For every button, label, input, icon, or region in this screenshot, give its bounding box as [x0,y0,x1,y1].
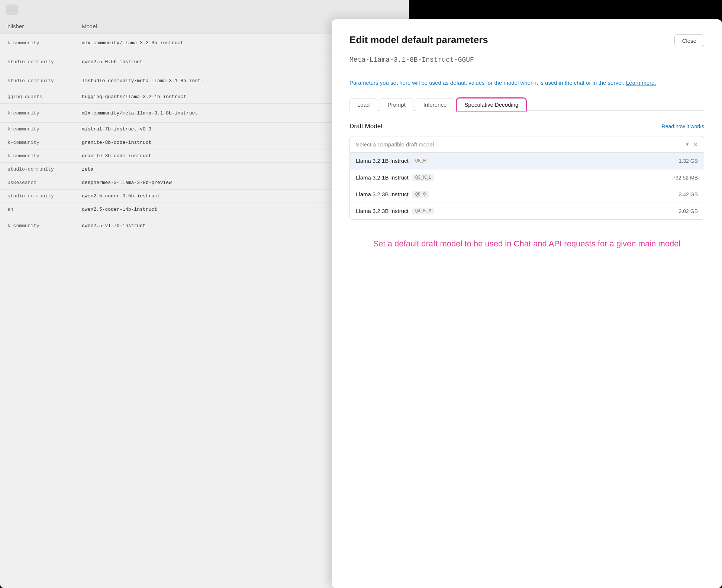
model-cell: granite-8b-code-instruct [82,140,372,145]
model-tag: Q8_0 [412,191,429,198]
menu-button[interactable]: ··· [6,4,18,15]
model-cell: deephermes-3-llama-3-8b-preview [82,180,372,185]
list-item[interactable]: Llama 3.2 3B Instruct Q8_0 3.42 GB [350,186,704,203]
tab-prompt[interactable]: Prompt [380,98,413,111]
dropdown-trigger[interactable]: Select a compatible draft model ▾ ✕ [349,136,704,153]
model-size-text: 2.02 GB [679,208,698,214]
publisher-cell: k-community [7,153,82,159]
publisher-cell: studio-community [7,193,82,199]
model-name-text: Llama 3.2 1B Instruct [356,174,409,181]
dropdown-placeholder: Select a compatible draft model [356,141,434,148]
model-label-group: Llama 3.2 3B Instruct Q4_K_M [356,208,434,214]
model-col-header: Model [82,23,372,29]
model-cell: granite-3b-code-instruct [82,153,372,159]
chevron-down-icon: ▾ [686,141,689,147]
model-name-text: Llama 3.2 3B Instruct [356,208,409,214]
model-label-group: Llama 3.2 1B Instruct Q8_0 [356,158,429,164]
model-size-text: 1.32 GB [679,158,698,164]
publisher-cell: k-community [7,223,82,229]
model-cell: mlx-community/meta-llama-3.1-8b-instruct [82,110,372,116]
model-size-text: 732.52 MB [673,175,698,181]
dropdown-list: Llama 3.2 1B Instruct Q8_0 1.32 GB Llama… [349,153,704,220]
list-item[interactable]: Llama 3.2 3B Instruct Q4_K_M 2.02 GB [350,203,704,219]
modal-title: Edit model default parameters [349,34,488,46]
tabs-row: Load Prompt Inference Speculative Decodi… [349,98,704,111]
publisher-cell: usResearch [7,180,82,185]
model-tag: Q3_K_L [412,174,434,181]
model-size-text: 3.42 GB [679,191,698,197]
modal-header: Edit model default parameters Close [349,34,704,47]
model-cell: qwen2.5-coder-14b-instruct [82,207,372,212]
publisher-cell: k-community [7,126,82,132]
model-cell: mistral-7b-instruct-v0.3 [82,126,372,132]
model-cell: qwen2.5-0.5b-instruct [82,59,372,65]
learn-more-link[interactable]: Learn more. [626,80,656,86]
model-name-text: Llama 3.2 1B Instruct [356,158,409,164]
model-cell: mlx-community/llama-3.2-3b-instruct [82,40,372,46]
model-cell: zeta [82,167,372,172]
tab-load[interactable]: Load [349,98,377,111]
publisher-cell: studio-community [7,167,82,172]
model-cell: qwen2.5-vl-7b-instruct [82,223,372,229]
model-tag: Q4_K_M [412,208,434,214]
publisher-cell: studio-community [7,59,82,65]
model-cell: qwen2.5-coder-0.5b-instruct [82,193,372,199]
edit-parameters-modal: Edit model default parameters Close Meta… [332,19,722,588]
description-text: Set a default draft model to be used in … [349,238,704,250]
publisher-cell: k-community [7,110,82,116]
tab-inference[interactable]: Inference [416,98,455,111]
read-how-it-works-link[interactable]: Read how it works [662,123,704,129]
draft-model-label: Draft Model [349,123,382,130]
publisher-cell: k-community [7,140,82,145]
app-top-bar: ··· [0,0,409,19]
model-name-text: Llama 3.2 3B Instruct [356,191,409,197]
model-tag: Q8_0 [412,158,429,164]
draft-model-dropdown: Select a compatible draft model ▾ ✕ Llam… [349,136,704,220]
publisher-cell: k-community [7,40,82,46]
list-item[interactable]: Llama 3.2 1B Instruct Q8_0 1.32 GB [350,153,704,169]
info-text: Parameters you set here will be used as … [349,79,704,87]
draft-model-section-header: Draft Model Read how it works [349,123,704,130]
dropdown-clear-icon[interactable]: ✕ [693,141,698,148]
model-cell: hugging-quants/llama-3.2-1b-instruct [82,94,372,100]
publisher-cell: gging-quants [7,94,82,100]
list-item[interactable]: Llama 3.2 1B Instruct Q3_K_L 732.52 MB [350,169,704,186]
model-label-group: Llama 3.2 3B Instruct Q8_0 [356,191,429,198]
publisher-col-header: blisher [7,23,82,29]
publisher-cell: studio-community [7,78,82,84]
model-name-display: Meta-Llama-3.1-8B-Instruct-GGUF [349,56,704,71]
close-button[interactable]: Close [674,34,704,47]
model-label-group: Llama 3.2 1B Instruct Q3_K_L [356,174,434,181]
tab-speculative-decoding[interactable]: Speculative Decoding [457,98,526,111]
model-cell: lmstudio-community/meta-llama-3.1-8b-ins… [82,78,372,84]
publisher-cell: en [7,207,82,212]
